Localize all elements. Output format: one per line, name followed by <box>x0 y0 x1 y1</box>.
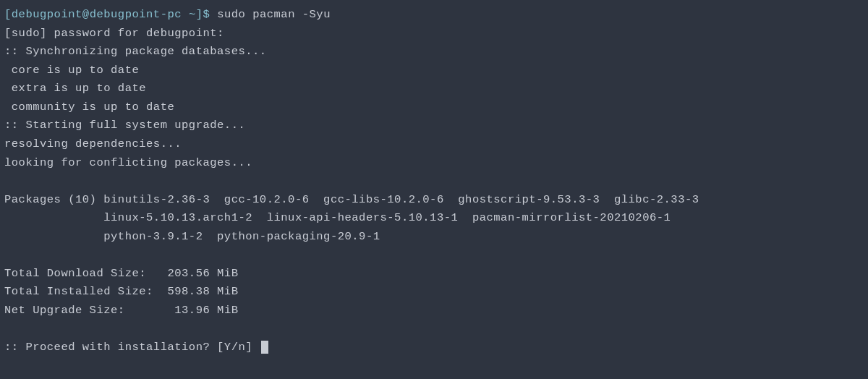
cursor <box>261 341 268 354</box>
blank-line <box>4 172 864 191</box>
upgrade-size-line: Net Upgrade Size: 13.96 MiB <box>4 302 864 320</box>
packages-header: Packages (10) <box>4 193 96 206</box>
upgrade-size-label: Net Upgrade Size: <box>4 304 125 317</box>
prompt-close-bracket: ] <box>196 8 203 21</box>
blank-line <box>4 246 864 265</box>
prompt-symbol: $ <box>203 8 210 21</box>
proceed-line[interactable]: :: Proceed with installation? [Y/n] <box>4 338 864 357</box>
command-text: sudo pacman -Syu <box>217 8 331 21</box>
packages-list-3: python-3.9.1-2 python-packaging-20.9-1 <box>103 230 380 243</box>
conflicting-line: looking for conflicting packages... <box>4 154 864 173</box>
blank-line <box>4 320 864 339</box>
core-line: core is up to date <box>4 61 864 80</box>
community-line: community is up to date <box>4 98 864 117</box>
prompt-user-host: debugpoint@debugpoint-pc <box>12 8 182 21</box>
upgrade-line: :: Starting full system upgrade... <box>4 116 864 135</box>
packages-line-2: linux-5.10.13.arch1-2 linux-api-headers-… <box>4 209 864 228</box>
prompt-open-bracket: [ <box>4 8 12 21</box>
installed-size-label: Total Installed Size: <box>4 285 153 298</box>
extra-line: extra is up to date <box>4 80 864 98</box>
packages-line-3: python-3.9.1-2 python-packaging-20.9-1 <box>4 228 864 247</box>
packages-list-1: binutils-2.36-3 gcc-10.2.0-6 gcc-libs-10… <box>103 193 699 206</box>
installed-size-value: 598.38 MiB <box>167 285 238 298</box>
packages-line-1: Packages (10) binutils-2.36-3 gcc-10.2.0… <box>4 191 864 210</box>
installed-size-line: Total Installed Size: 598.38 MiB <box>4 283 864 302</box>
download-size-label: Total Download Size: <box>4 267 146 280</box>
download-size-line: Total Download Size: 203.56 MiB <box>4 265 864 284</box>
prompt-line: [debugpoint@debugpoint-pc ~]$ sudo pacma… <box>4 6 864 25</box>
proceed-prompt: :: Proceed with installation? [Y/n] <box>4 341 260 354</box>
resolving-line: resolving dependencies... <box>4 135 864 154</box>
prompt-cwd: ~ <box>189 8 196 21</box>
sudo-password-line: [sudo] password for debugpoint: <box>4 25 864 43</box>
upgrade-size-value: 13.96 MiB <box>174 304 238 317</box>
download-size-value: 203.56 MiB <box>167 267 238 280</box>
packages-list-2: linux-5.10.13.arch1-2 linux-api-headers-… <box>103 211 671 224</box>
terminal-output[interactable]: [debugpoint@debugpoint-pc ~]$ sudo pacma… <box>4 6 864 357</box>
sync-db-line: :: Synchronizing package databases... <box>4 43 864 61</box>
